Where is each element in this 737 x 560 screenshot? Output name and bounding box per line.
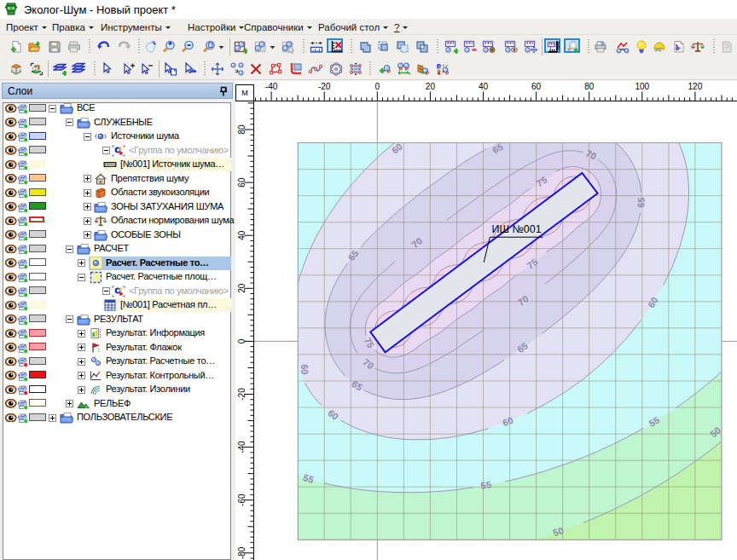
- svg-text:120: 120: [688, 82, 703, 91]
- svg-text:100: 100: [635, 82, 649, 91]
- svg-text:65: 65: [635, 197, 646, 208]
- svg-text:P: P: [426, 71, 429, 76]
- svg-text:-80: -80: [237, 546, 247, 559]
- svg-text:40: 40: [237, 230, 247, 240]
- svg-text:P: P: [387, 69, 391, 74]
- svg-text:80: 80: [584, 82, 595, 91]
- svg-text:-20: -20: [237, 388, 247, 401]
- svg-text:60: 60: [299, 364, 310, 374]
- svg-text:-60: -60: [237, 494, 247, 506]
- svg-text:-40: -40: [237, 441, 247, 453]
- svg-text:55: 55: [480, 479, 492, 491]
- svg-text:P: P: [399, 66, 403, 72]
- svg-text:0: 0: [375, 82, 380, 91]
- svg-text:P: P: [446, 71, 450, 76]
- svg-text:ИШ №001: ИШ №001: [492, 223, 542, 235]
- svg-text:P: P: [405, 66, 409, 72]
- svg-text:20: 20: [237, 283, 247, 293]
- svg-text:60: 60: [531, 82, 542, 91]
- svg-text:0: 0: [237, 338, 247, 344]
- svg-text:-40: -40: [265, 82, 278, 91]
- svg-text:60: 60: [237, 177, 247, 188]
- svg-text:80: 80: [237, 124, 247, 135]
- svg-text:20: 20: [426, 82, 436, 91]
- svg-text:-20: -20: [318, 82, 331, 91]
- svg-text:М: М: [241, 89, 248, 97]
- svg-text:40: 40: [479, 82, 489, 91]
